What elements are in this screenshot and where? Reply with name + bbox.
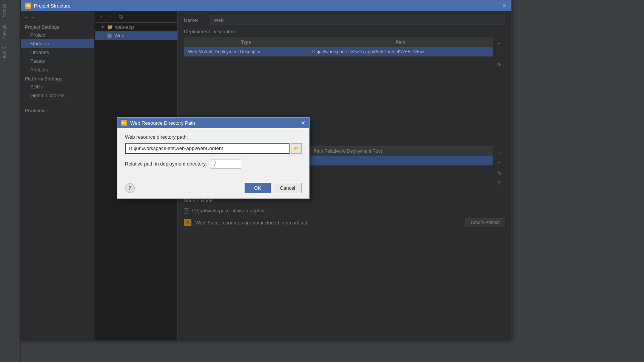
wrd-path-label: Web resource directory path: (125, 134, 302, 140)
wrd-title-text: Web Resource Directory Path (130, 120, 195, 126)
stripe-text-and: and C (0, 42, 8, 62)
wrd-footer: ? OK Cancel (117, 181, 309, 198)
dialog-title-text: Project Structure (34, 3, 71, 9)
stripe-text-works: \works (0, 0, 8, 21)
dialog-titlebar: PS Project Structure ✕ (21, 0, 511, 11)
wrd-rel-row: Relative path in deployment directory: (125, 159, 302, 169)
wrd-titlebar: PS Web Resource Directory Path ✕ (117, 118, 309, 128)
wrd-body: Web resource directory path: 📂 Relative … (117, 128, 309, 181)
wrd-path-input[interactable] (125, 143, 290, 154)
wrd-close-button[interactable]: ✕ (301, 120, 305, 126)
wrd-browse-button[interactable]: 📂 (291, 143, 302, 154)
dialog-title-icon: PS (25, 3, 31, 9)
wrd-help-button[interactable]: ? (125, 183, 135, 193)
dialog-close-button[interactable]: ✕ (501, 3, 507, 9)
wrd-rel-input[interactable] (211, 159, 241, 169)
wrd-rel-label: Relative path in deployment directory: (125, 161, 207, 167)
wrd-input-row: 📂 (125, 143, 302, 154)
wrd-ok-button[interactable]: OK (245, 183, 271, 193)
stripe-text-naviga: Naviga (0, 21, 8, 42)
ide-left-stripe: \works Naviga and C (0, 0, 21, 362)
web-resource-dialog: PS Web Resource Directory Path ✕ Web res… (117, 117, 310, 199)
wrd-title-icon: PS (121, 120, 127, 126)
wrd-cancel-button[interactable]: Cancel (274, 183, 302, 193)
